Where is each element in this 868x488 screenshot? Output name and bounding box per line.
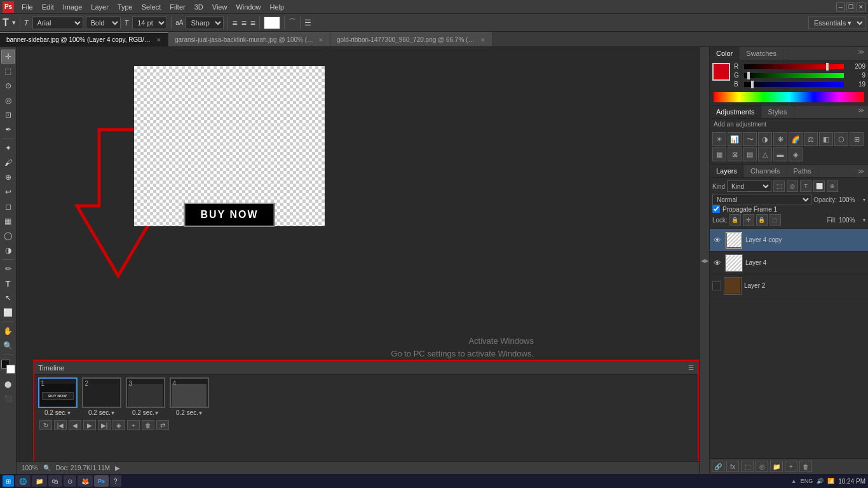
type-tool[interactable]: T [1, 276, 15, 290]
fill-arrow[interactable]: ▾ [863, 217, 865, 223]
tl-new-frame-btn[interactable]: + [127, 420, 140, 430]
lock-pixel-btn[interactable]: 🔒 [729, 214, 741, 226]
layer-filter-shape[interactable]: ⬜ [813, 180, 825, 192]
lasso-tool[interactable]: ⊙ [1, 79, 15, 93]
taskbar-store[interactable]: 🛍 [48, 475, 62, 487]
tl-convert-btn[interactable]: ⇄ [156, 420, 169, 430]
options-btn[interactable]: ☰ [304, 18, 311, 27]
zoom-icon[interactable]: 🔍 [43, 464, 51, 471]
adj-brightness[interactable]: ☀ [712, 132, 726, 146]
blend-mode-select[interactable]: Normal [712, 194, 811, 205]
layer-filter-pixel[interactable]: ⬚ [773, 180, 785, 192]
frame-2[interactable]: 2 0.2 sec. ▾ [81, 377, 122, 416]
restore-btn[interactable]: ❐ [846, 3, 855, 11]
marquee-tool[interactable]: ⬚ [1, 64, 15, 78]
timeline-collapse-btn[interactable]: ☰ [688, 364, 694, 371]
right-collapse-btn[interactable]: ◀▶ [699, 47, 709, 474]
frame-delay-3[interactable]: 0.2 sec. ▾ [132, 409, 158, 416]
tl-loop-btn[interactable]: ↻ [39, 420, 52, 430]
color-panel-collapse[interactable]: ≫ [854, 47, 868, 60]
swatches-tab[interactable]: Swatches [740, 47, 783, 60]
gradient-tool[interactable]: ▦ [1, 214, 15, 228]
layers-panel-collapse[interactable]: ≫ [854, 166, 868, 176]
font-size-select[interactable]: 14 pt [132, 17, 167, 29]
screen-mode-btn[interactable]: ⬛ [1, 391, 15, 405]
adj-invert[interactable]: ⊠ [728, 147, 742, 161]
minimize-btn[interactable]: ─ [836, 3, 845, 11]
layer-mask-btn[interactable]: ⬚ [741, 461, 754, 472]
adj-vibrance[interactable]: ❋ [773, 132, 787, 146]
paths-tab[interactable]: Paths [787, 165, 818, 177]
blur-tool[interactable]: ◯ [1, 229, 15, 243]
hand-tool[interactable]: ✋ [1, 324, 15, 338]
adj-photo-filter[interactable]: ⬡ [834, 132, 848, 146]
align-right-btn[interactable]: ≡ [250, 18, 255, 28]
layer-vis-4[interactable]: 👁 [712, 258, 722, 268]
frame-thumb-2[interactable]: 2 [82, 377, 121, 408]
layer-filter-type[interactable]: T [800, 180, 811, 192]
spot-heal-tool[interactable]: ✦ [1, 141, 15, 155]
align-center-btn[interactable]: ≡ [241, 18, 247, 28]
tab-gold-ribbon[interactable]: gold-ribbon-1477300_960_720.png @ 66.7% … [330, 32, 492, 46]
color-spectrum[interactable] [714, 92, 864, 102]
b-slider[interactable] [744, 82, 844, 87]
frame-1[interactable]: 1 BUY NOW 0.2 sec. ▾ [37, 377, 78, 416]
tab-garansi[interactable]: garansi-jual-jasa-backlink-murah.jpg @ 1… [168, 32, 330, 46]
layer-item-layer4copy[interactable]: 👁 Layer 4 copy [710, 229, 868, 252]
tool-preset-icon[interactable]: ▾ [12, 18, 16, 27]
layer-item-layer2[interactable]: Layer 2 [710, 274, 868, 297]
tab-close-1[interactable]: ✕ [156, 37, 161, 43]
frame-thumb-3[interactable]: 3 [126, 377, 165, 408]
taskbar-file-explorer[interactable]: 📁 [32, 475, 47, 487]
adj-exposure[interactable]: ◑ [758, 132, 772, 146]
path-select-tool[interactable]: ↖ [1, 291, 15, 305]
tl-next-btn[interactable]: ▶| [98, 420, 111, 430]
tab-close-2[interactable]: ✕ [318, 37, 323, 43]
menu-window[interactable]: Window [232, 2, 264, 12]
tab-banner-sidebar[interactable]: banner-sidebar.jpg @ 100% (Layer 4 copy,… [0, 32, 168, 46]
close-btn[interactable]: ✕ [857, 3, 865, 11]
menu-image[interactable]: Image [59, 2, 86, 12]
taskbar-photoshop[interactable]: Ps [94, 475, 109, 487]
layer-delete-btn[interactable]: 🗑 [799, 461, 812, 472]
tl-play-btn[interactable]: ▶ [83, 420, 96, 430]
taskbar-firefox[interactable]: 🦊 [78, 475, 93, 487]
frame-4[interactable]: 4 0.2 sec. ▾ [168, 377, 210, 416]
adj-posterize[interactable]: ▤ [743, 147, 757, 161]
styles-tab[interactable]: Styles [762, 105, 794, 118]
frame-delay-arrow-4[interactable]: ▾ [199, 409, 202, 416]
frame-delay-arrow-3[interactable]: ▾ [155, 409, 158, 416]
quick-select-tool[interactable]: ◎ [1, 93, 15, 107]
tab-close-3[interactable]: ✕ [480, 37, 485, 43]
background-color[interactable] [6, 365, 15, 374]
layer-link-btn[interactable]: 🔗 [712, 461, 724, 472]
taskbar-unknown[interactable]: ? [110, 475, 121, 487]
layer-filter-adj[interactable]: ◎ [787, 180, 798, 192]
color-swatch-large[interactable] [712, 63, 730, 81]
frame-delay-2[interactable]: 0.2 sec. ▾ [88, 409, 114, 416]
frame-delay-4[interactable]: 0.2 sec. ▾ [176, 409, 202, 416]
adj-hsl[interactable]: 🌈 [789, 132, 803, 146]
adj-panel-collapse[interactable]: ≫ [854, 105, 868, 118]
frame-delay-arrow-2[interactable]: ▾ [111, 409, 114, 416]
channels-tab[interactable]: Channels [744, 165, 787, 177]
brush-tool[interactable]: 🖌 [1, 156, 15, 170]
kind-select[interactable]: Kind [727, 180, 771, 192]
lock-art-btn[interactable]: ⬚ [770, 214, 781, 226]
taskbar-chrome[interactable]: ⊙ [64, 475, 76, 487]
frame-thumb-4[interactable]: 4 [170, 377, 209, 408]
move-tool[interactable]: ✛ [1, 50, 15, 64]
start-button[interactable]: ⊞ [3, 475, 14, 487]
menu-3d[interactable]: 3D [191, 2, 207, 12]
eraser-tool[interactable]: ◻ [1, 200, 15, 214]
menu-filter[interactable]: Filter [166, 2, 189, 12]
font-weight-select[interactable]: Bold [86, 17, 121, 29]
tl-tween-btn[interactable]: ◈ [112, 420, 125, 430]
layer-adj-btn[interactable]: ◎ [756, 461, 768, 472]
warp-text-btn[interactable]: ⌒ [288, 17, 296, 28]
frame-thumb-1[interactable]: 1 BUY NOW [38, 377, 78, 408]
adj-gradient-map[interactable]: ▬ [773, 147, 787, 161]
align-left-btn[interactable]: ≡ [232, 18, 237, 28]
dodge-tool[interactable]: ◑ [1, 243, 15, 257]
eyedropper-tool[interactable]: ✒ [1, 123, 15, 137]
